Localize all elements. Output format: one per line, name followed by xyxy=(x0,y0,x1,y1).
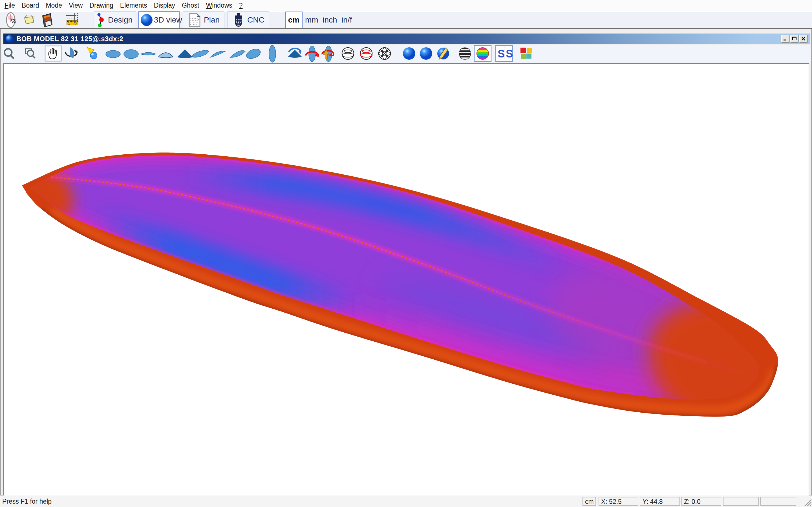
svg-text:0: 0 xyxy=(75,21,77,25)
svg-text:S: S xyxy=(506,48,513,60)
svg-text:1: 1 xyxy=(68,21,70,25)
svg-text:S: S xyxy=(498,48,505,60)
